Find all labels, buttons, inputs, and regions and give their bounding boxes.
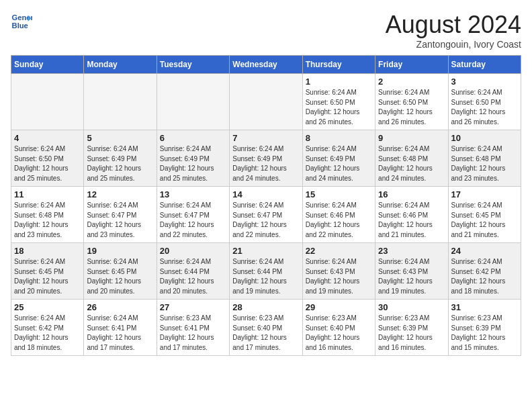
day-number: 10 [451,133,518,143]
day-info: Sunrise: 6:23 AM Sunset: 6:41 PM Dayligh… [160,314,226,353]
column-header-friday: Friday [375,56,448,74]
calendar-week-row: 4Sunrise: 6:24 AM Sunset: 6:50 PM Daylig… [11,130,521,187]
day-info: Sunrise: 6:23 AM Sunset: 6:40 PM Dayligh… [306,314,372,353]
page-header: General Blue August 2024 Zantongouin, Iv… [11,11,521,50]
logo: General Blue [11,11,32,32]
day-number: 14 [232,189,299,199]
day-info: Sunrise: 6:24 AM Sunset: 6:45 PM Dayligh… [14,257,81,296]
svg-text:Blue: Blue [12,21,28,30]
day-info: Sunrise: 6:24 AM Sunset: 6:50 PM Dayligh… [378,88,445,127]
day-info: Sunrise: 6:24 AM Sunset: 6:48 PM Dayligh… [14,201,81,240]
calendar-cell: 5Sunrise: 6:24 AM Sunset: 6:49 PM Daylig… [84,130,157,187]
location-subtitle: Zantongouin, Ivory Coast [386,39,521,50]
calendar-cell [11,74,84,130]
calendar-cell: 16Sunrise: 6:24 AM Sunset: 6:46 PM Dayli… [375,187,448,243]
day-number: 5 [87,133,153,143]
month-year-title: August 2024 [386,11,521,39]
calendar-cell: 20Sunrise: 6:24 AM Sunset: 6:44 PM Dayli… [157,243,229,300]
calendar-cell: 23Sunrise: 6:24 AM Sunset: 6:43 PM Dayli… [375,243,448,300]
calendar-cell: 21Sunrise: 6:24 AM Sunset: 6:44 PM Dayli… [230,243,302,300]
day-number: 11 [14,189,81,199]
day-info: Sunrise: 6:24 AM Sunset: 6:47 PM Dayligh… [160,201,226,240]
day-info: Sunrise: 6:24 AM Sunset: 6:41 PM Dayligh… [87,314,153,353]
calendar-cell: 7Sunrise: 6:24 AM Sunset: 6:49 PM Daylig… [230,130,302,187]
day-info: Sunrise: 6:24 AM Sunset: 6:48 PM Dayligh… [378,144,445,183]
calendar-cell: 12Sunrise: 6:24 AM Sunset: 6:47 PM Dayli… [84,187,157,243]
day-info: Sunrise: 6:24 AM Sunset: 6:50 PM Dayligh… [451,88,518,127]
day-number: 31 [451,302,518,312]
day-info: Sunrise: 6:24 AM Sunset: 6:50 PM Dayligh… [14,144,81,183]
day-number: 27 [160,302,226,312]
day-number: 3 [451,77,518,87]
calendar-week-row: 11Sunrise: 6:24 AM Sunset: 6:48 PM Dayli… [11,187,521,243]
day-number: 7 [232,133,299,143]
column-header-thursday: Thursday [302,56,375,74]
calendar-table: SundayMondayTuesdayWednesdayThursdayFrid… [11,55,521,356]
day-number: 26 [87,302,153,312]
calendar-cell: 31Sunrise: 6:23 AM Sunset: 6:39 PM Dayli… [448,300,521,356]
day-number: 25 [14,302,81,312]
day-number: 2 [378,77,445,87]
day-number: 18 [14,246,81,256]
calendar-cell: 25Sunrise: 6:24 AM Sunset: 6:42 PM Dayli… [11,300,84,356]
column-header-monday: Monday [84,56,157,74]
calendar-week-row: 1Sunrise: 6:24 AM Sunset: 6:50 PM Daylig… [11,74,521,130]
calendar-cell: 30Sunrise: 6:23 AM Sunset: 6:39 PM Dayli… [375,300,448,356]
day-info: Sunrise: 6:24 AM Sunset: 6:43 PM Dayligh… [378,257,445,296]
day-number: 4 [14,133,81,143]
day-info: Sunrise: 6:23 AM Sunset: 6:39 PM Dayligh… [378,314,445,353]
column-header-saturday: Saturday [448,56,521,74]
day-info: Sunrise: 6:24 AM Sunset: 6:49 PM Dayligh… [160,144,226,183]
title-block: August 2024 Zantongouin, Ivory Coast [386,11,521,50]
calendar-cell: 17Sunrise: 6:24 AM Sunset: 6:45 PM Dayli… [448,187,521,243]
day-number: 30 [378,302,445,312]
calendar-header-row: SundayMondayTuesdayWednesdayThursdayFrid… [11,56,521,74]
calendar-week-row: 18Sunrise: 6:24 AM Sunset: 6:45 PM Dayli… [11,243,521,300]
day-number: 24 [451,246,518,256]
calendar-cell: 9Sunrise: 6:24 AM Sunset: 6:48 PM Daylig… [375,130,448,187]
day-number: 1 [306,77,372,87]
day-number: 15 [306,189,372,199]
day-number: 17 [451,189,518,199]
day-info: Sunrise: 6:24 AM Sunset: 6:50 PM Dayligh… [306,88,372,127]
day-info: Sunrise: 6:24 AM Sunset: 6:45 PM Dayligh… [451,201,518,240]
day-info: Sunrise: 6:24 AM Sunset: 6:47 PM Dayligh… [232,201,299,240]
day-info: Sunrise: 6:24 AM Sunset: 6:42 PM Dayligh… [14,314,81,353]
day-info: Sunrise: 6:24 AM Sunset: 6:49 PM Dayligh… [306,144,372,183]
calendar-cell: 22Sunrise: 6:24 AM Sunset: 6:43 PM Dayli… [302,243,375,300]
calendar-cell [230,74,302,130]
day-info: Sunrise: 6:24 AM Sunset: 6:49 PM Dayligh… [87,144,153,183]
column-header-tuesday: Tuesday [157,56,229,74]
calendar-cell [157,74,229,130]
calendar-cell: 14Sunrise: 6:24 AM Sunset: 6:47 PM Dayli… [230,187,302,243]
calendar-cell: 26Sunrise: 6:24 AM Sunset: 6:41 PM Dayli… [84,300,157,356]
day-number: 19 [87,246,153,256]
calendar-cell: 1Sunrise: 6:24 AM Sunset: 6:50 PM Daylig… [302,74,375,130]
calendar-week-row: 25Sunrise: 6:24 AM Sunset: 6:42 PM Dayli… [11,300,521,356]
day-info: Sunrise: 6:24 AM Sunset: 6:47 PM Dayligh… [87,201,153,240]
calendar-cell: 13Sunrise: 6:24 AM Sunset: 6:47 PM Dayli… [157,187,229,243]
calendar-cell: 3Sunrise: 6:24 AM Sunset: 6:50 PM Daylig… [448,74,521,130]
day-number: 8 [306,133,372,143]
day-info: Sunrise: 6:23 AM Sunset: 6:39 PM Dayligh… [451,314,518,353]
day-info: Sunrise: 6:24 AM Sunset: 6:44 PM Dayligh… [232,257,299,296]
day-number: 23 [378,246,445,256]
day-number: 28 [232,302,299,312]
logo-icon: General Blue [11,11,32,32]
calendar-cell: 19Sunrise: 6:24 AM Sunset: 6:45 PM Dayli… [84,243,157,300]
calendar-cell: 29Sunrise: 6:23 AM Sunset: 6:40 PM Dayli… [302,300,375,356]
day-info: Sunrise: 6:24 AM Sunset: 6:48 PM Dayligh… [451,144,518,183]
column-header-sunday: Sunday [11,56,84,74]
day-info: Sunrise: 6:24 AM Sunset: 6:45 PM Dayligh… [87,257,153,296]
day-info: Sunrise: 6:24 AM Sunset: 6:46 PM Dayligh… [306,201,372,240]
calendar-cell: 15Sunrise: 6:24 AM Sunset: 6:46 PM Dayli… [302,187,375,243]
calendar-cell: 24Sunrise: 6:24 AM Sunset: 6:42 PM Dayli… [448,243,521,300]
day-number: 16 [378,189,445,199]
day-number: 22 [306,246,372,256]
day-number: 6 [160,133,226,143]
calendar-cell: 28Sunrise: 6:23 AM Sunset: 6:40 PM Dayli… [230,300,302,356]
calendar-cell: 2Sunrise: 6:24 AM Sunset: 6:50 PM Daylig… [375,74,448,130]
day-number: 20 [160,246,226,256]
day-info: Sunrise: 6:24 AM Sunset: 6:43 PM Dayligh… [306,257,372,296]
day-info: Sunrise: 6:24 AM Sunset: 6:42 PM Dayligh… [451,257,518,296]
